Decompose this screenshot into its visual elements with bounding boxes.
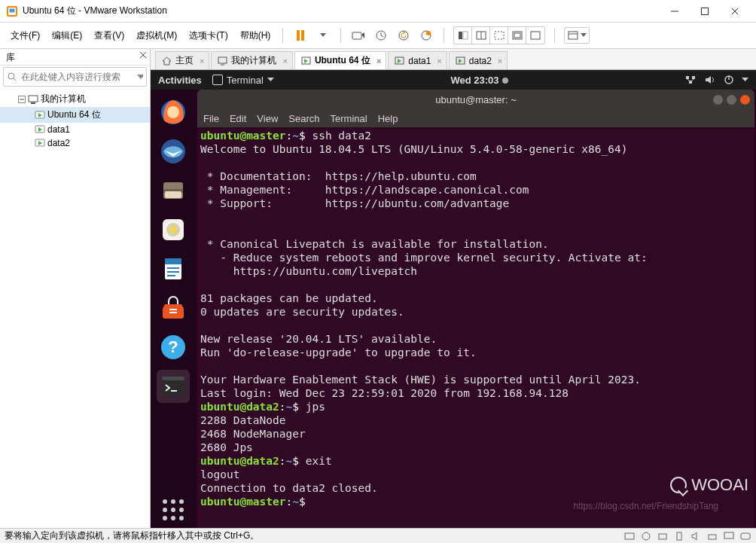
svg-rect-84 (659, 534, 666, 539)
view-cycle-button[interactable] (564, 27, 590, 44)
sb-printer-icon[interactable] (706, 531, 718, 541)
network-icon (684, 75, 697, 85)
manage-snap-button[interactable] (418, 27, 434, 44)
system-tray[interactable] (684, 75, 748, 85)
pause-dropdown[interactable] (315, 27, 331, 44)
menu-vm[interactable]: 虚拟机(M) (132, 26, 181, 45)
revert-button[interactable] (395, 27, 412, 44)
sb-usb-icon[interactable] (673, 531, 685, 541)
tab-close[interactable]: × (282, 56, 287, 66)
dock-software[interactable] (157, 291, 190, 325)
sb-sound-icon[interactable] (690, 531, 702, 541)
tab-ubuntu[interactable]: Ubuntu 64 位 × (294, 51, 386, 69)
collapse-icon[interactable] (18, 96, 26, 103)
term-menu-help[interactable]: Help (378, 113, 398, 124)
tree-root[interactable]: 我的计算机 (0, 91, 150, 107)
term-menu-view[interactable]: View (257, 113, 278, 124)
svg-marker-86 (692, 532, 697, 540)
term-menu-search[interactable]: Search (288, 113, 319, 124)
term-menu-file[interactable]: File (203, 113, 219, 124)
menubar: 文件(F) 编辑(E) 查看(V) 虚拟机(M) 选项卡(T) 帮助(H) (0, 23, 756, 49)
unity-button[interactable] (490, 27, 508, 44)
app-menu[interactable]: Terminal (212, 75, 274, 86)
minimize-button[interactable] (660, 1, 690, 22)
snapshot-button[interactable] (373, 27, 389, 44)
menu-help[interactable]: 帮助(H) (236, 26, 276, 45)
tree-item-data1[interactable]: data1 (0, 123, 150, 136)
menu-view[interactable]: 查看(V) (90, 26, 129, 45)
library-search[interactable] (3, 67, 147, 87)
close-button[interactable] (720, 1, 750, 22)
terminal-menubar: File Edit View Search Terminal Help (197, 109, 754, 127)
svg-point-83 (642, 532, 650, 540)
term-minimize[interactable] (713, 95, 723, 105)
fullscreen-button[interactable] (526, 27, 544, 44)
svg-marker-26 (581, 33, 587, 37)
dock-terminal[interactable] (157, 370, 190, 403)
tree-item-label: data1 (47, 124, 70, 135)
svg-rect-20 (495, 32, 504, 39)
terminal-titlebar[interactable]: ubuntu@master: ~ (197, 90, 754, 109)
sb-display-icon[interactable] (723, 531, 735, 541)
tab-data1[interactable]: data1 × (388, 51, 447, 69)
app-menu-label: Terminal (227, 75, 264, 86)
pc-icon (28, 94, 38, 105)
send-cad-button[interactable] (350, 27, 367, 44)
terminal-output[interactable]: ubuntu@master:~$ ssh data2 Welcome to Ub… (197, 127, 754, 528)
search-input[interactable] (18, 72, 137, 82)
svg-rect-82 (625, 533, 634, 539)
sb-message-icon[interactable] (739, 531, 751, 541)
pause-button[interactable] (292, 27, 309, 44)
term-close[interactable] (740, 95, 750, 105)
activities-button[interactable]: Activities (158, 75, 202, 86)
dock-firefox[interactable] (157, 96, 190, 129)
tab-close[interactable]: × (437, 56, 441, 66)
svg-text:?: ? (168, 337, 178, 356)
svg-point-61 (167, 106, 179, 118)
menu-tabs[interactable]: 选项卡(T) (184, 26, 232, 45)
tree-item-data2[interactable]: data2 (0, 136, 150, 150)
menu-file[interactable]: 文件(F) (6, 26, 44, 45)
svg-rect-24 (569, 32, 578, 39)
clock[interactable]: Wed 23:03 (274, 75, 684, 86)
vm-icon (456, 56, 465, 66)
tab-close[interactable]: × (498, 56, 502, 66)
dock-writer[interactable] (157, 252, 190, 285)
tab-data2[interactable]: data2 × (449, 51, 508, 69)
dock-files[interactable] (157, 174, 190, 207)
vm-display[interactable]: Activities Terminal Wed 23:03 (151, 70, 756, 528)
svg-rect-52 (692, 76, 695, 79)
term-menu-terminal[interactable]: Terminal (331, 113, 367, 124)
svg-rect-8 (301, 30, 304, 41)
menu-edit[interactable]: 编辑(E) (47, 26, 87, 45)
tab-close[interactable]: × (376, 56, 381, 66)
maximize-button[interactable] (690, 1, 720, 22)
term-maximize[interactable] (727, 95, 736, 105)
tree-item-ubuntu[interactable]: Ubuntu 64 位 (0, 107, 150, 123)
tab-mypc[interactable]: 我的计算机 × (211, 51, 292, 69)
chevron-down-icon[interactable] (137, 73, 143, 81)
tab-home[interactable]: 主页 × (155, 51, 209, 69)
split-view-button[interactable] (472, 27, 490, 44)
dock-apps-button[interactable] (163, 499, 184, 520)
sb-disk-icon[interactable] (623, 531, 636, 541)
term-menu-edit[interactable]: Edit (230, 113, 246, 124)
dock-thunderbird[interactable] (157, 135, 190, 168)
sb-cd-icon[interactable] (640, 531, 652, 541)
sidebar-close-button[interactable] (139, 51, 147, 59)
dock-help[interactable]: ? (157, 331, 190, 364)
sb-net-icon[interactable] (657, 531, 669, 541)
library-title: 库 (6, 52, 15, 63)
single-view-button[interactable] (454, 27, 472, 44)
vm-icon (301, 56, 311, 66)
svg-marker-47 (398, 59, 401, 63)
vm-on-icon (35, 124, 45, 135)
svg-point-15 (426, 31, 431, 35)
tree-item-label: data2 (47, 138, 70, 148)
svg-point-29 (8, 73, 14, 79)
console-button[interactable] (508, 27, 526, 44)
dock-rhythmbox[interactable] (157, 213, 190, 246)
svg-rect-75 (169, 309, 177, 310)
home-icon (162, 56, 172, 66)
tab-close[interactable]: × (200, 56, 204, 66)
